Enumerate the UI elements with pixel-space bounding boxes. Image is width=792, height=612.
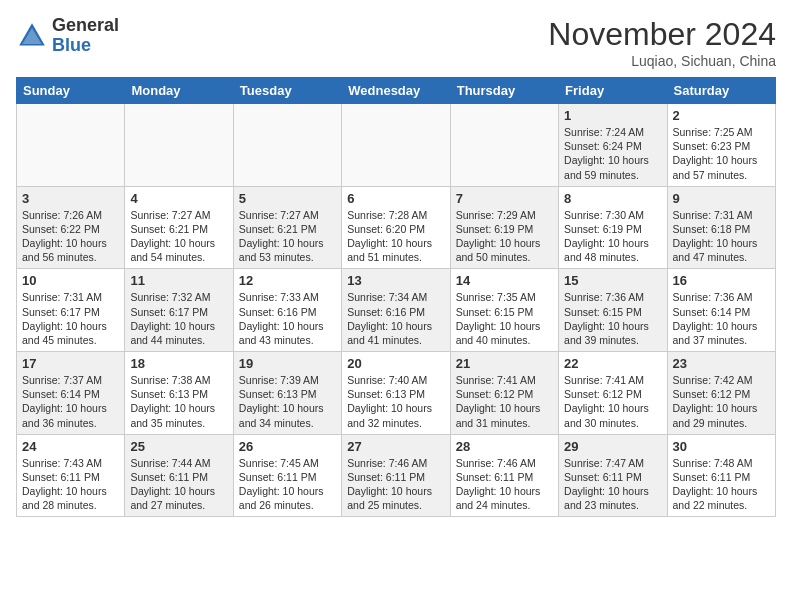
calendar-cell: 17Sunrise: 7:37 AM Sunset: 6:14 PM Dayli… [17, 352, 125, 435]
weekday-header: Thursday [450, 78, 558, 104]
day-info: Sunrise: 7:32 AM Sunset: 6:17 PM Dayligh… [130, 290, 227, 347]
day-info: Sunrise: 7:45 AM Sunset: 6:11 PM Dayligh… [239, 456, 336, 513]
day-number: 8 [564, 191, 661, 206]
calendar-cell: 29Sunrise: 7:47 AM Sunset: 6:11 PM Dayli… [559, 434, 667, 517]
weekday-header: Friday [559, 78, 667, 104]
calendar-cell: 19Sunrise: 7:39 AM Sunset: 6:13 PM Dayli… [233, 352, 341, 435]
calendar-cell: 23Sunrise: 7:42 AM Sunset: 6:12 PM Dayli… [667, 352, 775, 435]
day-info: Sunrise: 7:29 AM Sunset: 6:19 PM Dayligh… [456, 208, 553, 265]
day-number: 27 [347, 439, 444, 454]
day-info: Sunrise: 7:44 AM Sunset: 6:11 PM Dayligh… [130, 456, 227, 513]
logo-text: General Blue [52, 16, 119, 56]
day-info: Sunrise: 7:36 AM Sunset: 6:14 PM Dayligh… [673, 290, 770, 347]
day-number: 2 [673, 108, 770, 123]
calendar-cell: 24Sunrise: 7:43 AM Sunset: 6:11 PM Dayli… [17, 434, 125, 517]
day-number: 16 [673, 273, 770, 288]
calendar-cell: 21Sunrise: 7:41 AM Sunset: 6:12 PM Dayli… [450, 352, 558, 435]
day-number: 13 [347, 273, 444, 288]
calendar-week-row: 17Sunrise: 7:37 AM Sunset: 6:14 PM Dayli… [17, 352, 776, 435]
calendar-cell: 13Sunrise: 7:34 AM Sunset: 6:16 PM Dayli… [342, 269, 450, 352]
day-number: 10 [22, 273, 119, 288]
day-number: 30 [673, 439, 770, 454]
day-number: 22 [564, 356, 661, 371]
day-info: Sunrise: 7:47 AM Sunset: 6:11 PM Dayligh… [564, 456, 661, 513]
calendar-cell: 7Sunrise: 7:29 AM Sunset: 6:19 PM Daylig… [450, 186, 558, 269]
day-info: Sunrise: 7:46 AM Sunset: 6:11 PM Dayligh… [456, 456, 553, 513]
day-info: Sunrise: 7:33 AM Sunset: 6:16 PM Dayligh… [239, 290, 336, 347]
day-number: 1 [564, 108, 661, 123]
calendar-table: SundayMondayTuesdayWednesdayThursdayFrid… [16, 77, 776, 517]
calendar-cell: 18Sunrise: 7:38 AM Sunset: 6:13 PM Dayli… [125, 352, 233, 435]
day-number: 21 [456, 356, 553, 371]
day-info: Sunrise: 7:42 AM Sunset: 6:12 PM Dayligh… [673, 373, 770, 430]
day-info: Sunrise: 7:39 AM Sunset: 6:13 PM Dayligh… [239, 373, 336, 430]
calendar-body: 1Sunrise: 7:24 AM Sunset: 6:24 PM Daylig… [17, 104, 776, 517]
calendar-cell: 8Sunrise: 7:30 AM Sunset: 6:19 PM Daylig… [559, 186, 667, 269]
day-number: 23 [673, 356, 770, 371]
calendar-cell: 20Sunrise: 7:40 AM Sunset: 6:13 PM Dayli… [342, 352, 450, 435]
day-number: 11 [130, 273, 227, 288]
weekday-header: Monday [125, 78, 233, 104]
day-info: Sunrise: 7:27 AM Sunset: 6:21 PM Dayligh… [239, 208, 336, 265]
day-number: 3 [22, 191, 119, 206]
calendar-cell: 15Sunrise: 7:36 AM Sunset: 6:15 PM Dayli… [559, 269, 667, 352]
day-info: Sunrise: 7:38 AM Sunset: 6:13 PM Dayligh… [130, 373, 227, 430]
day-number: 29 [564, 439, 661, 454]
calendar-week-row: 24Sunrise: 7:43 AM Sunset: 6:11 PM Dayli… [17, 434, 776, 517]
logo-icon [16, 20, 48, 52]
day-info: Sunrise: 7:34 AM Sunset: 6:16 PM Dayligh… [347, 290, 444, 347]
calendar-cell [17, 104, 125, 187]
day-info: Sunrise: 7:27 AM Sunset: 6:21 PM Dayligh… [130, 208, 227, 265]
day-info: Sunrise: 7:31 AM Sunset: 6:18 PM Dayligh… [673, 208, 770, 265]
calendar-cell: 27Sunrise: 7:46 AM Sunset: 6:11 PM Dayli… [342, 434, 450, 517]
day-number: 15 [564, 273, 661, 288]
calendar-cell: 26Sunrise: 7:45 AM Sunset: 6:11 PM Dayli… [233, 434, 341, 517]
calendar-cell: 14Sunrise: 7:35 AM Sunset: 6:15 PM Dayli… [450, 269, 558, 352]
day-number: 17 [22, 356, 119, 371]
calendar-cell: 3Sunrise: 7:26 AM Sunset: 6:22 PM Daylig… [17, 186, 125, 269]
day-info: Sunrise: 7:26 AM Sunset: 6:22 PM Dayligh… [22, 208, 119, 265]
calendar-cell: 28Sunrise: 7:46 AM Sunset: 6:11 PM Dayli… [450, 434, 558, 517]
calendar-cell: 9Sunrise: 7:31 AM Sunset: 6:18 PM Daylig… [667, 186, 775, 269]
calendar-cell: 11Sunrise: 7:32 AM Sunset: 6:17 PM Dayli… [125, 269, 233, 352]
title-block: November 2024 Luqiao, Sichuan, China [548, 16, 776, 69]
day-info: Sunrise: 7:41 AM Sunset: 6:12 PM Dayligh… [456, 373, 553, 430]
calendar-cell: 22Sunrise: 7:41 AM Sunset: 6:12 PM Dayli… [559, 352, 667, 435]
page-header: General Blue November 2024 Luqiao, Sichu… [16, 16, 776, 69]
day-info: Sunrise: 7:28 AM Sunset: 6:20 PM Dayligh… [347, 208, 444, 265]
calendar-header: SundayMondayTuesdayWednesdayThursdayFrid… [17, 78, 776, 104]
calendar-cell: 10Sunrise: 7:31 AM Sunset: 6:17 PM Dayli… [17, 269, 125, 352]
day-number: 7 [456, 191, 553, 206]
day-number: 26 [239, 439, 336, 454]
calendar-cell [125, 104, 233, 187]
calendar-cell: 25Sunrise: 7:44 AM Sunset: 6:11 PM Dayli… [125, 434, 233, 517]
day-info: Sunrise: 7:43 AM Sunset: 6:11 PM Dayligh… [22, 456, 119, 513]
day-number: 12 [239, 273, 336, 288]
calendar-cell [450, 104, 558, 187]
calendar-week-row: 3Sunrise: 7:26 AM Sunset: 6:22 PM Daylig… [17, 186, 776, 269]
day-number: 18 [130, 356, 227, 371]
day-number: 6 [347, 191, 444, 206]
calendar-cell [342, 104, 450, 187]
day-info: Sunrise: 7:35 AM Sunset: 6:15 PM Dayligh… [456, 290, 553, 347]
day-info: Sunrise: 7:46 AM Sunset: 6:11 PM Dayligh… [347, 456, 444, 513]
calendar-cell: 4Sunrise: 7:27 AM Sunset: 6:21 PM Daylig… [125, 186, 233, 269]
weekday-row: SundayMondayTuesdayWednesdayThursdayFrid… [17, 78, 776, 104]
day-info: Sunrise: 7:40 AM Sunset: 6:13 PM Dayligh… [347, 373, 444, 430]
day-number: 5 [239, 191, 336, 206]
calendar-cell: 12Sunrise: 7:33 AM Sunset: 6:16 PM Dayli… [233, 269, 341, 352]
logo: General Blue [16, 16, 119, 56]
calendar-cell: 1Sunrise: 7:24 AM Sunset: 6:24 PM Daylig… [559, 104, 667, 187]
calendar-cell [233, 104, 341, 187]
calendar-week-row: 10Sunrise: 7:31 AM Sunset: 6:17 PM Dayli… [17, 269, 776, 352]
day-info: Sunrise: 7:41 AM Sunset: 6:12 PM Dayligh… [564, 373, 661, 430]
day-info: Sunrise: 7:36 AM Sunset: 6:15 PM Dayligh… [564, 290, 661, 347]
day-info: Sunrise: 7:37 AM Sunset: 6:14 PM Dayligh… [22, 373, 119, 430]
day-number: 25 [130, 439, 227, 454]
month-title: November 2024 [548, 16, 776, 53]
day-info: Sunrise: 7:25 AM Sunset: 6:23 PM Dayligh… [673, 125, 770, 182]
day-info: Sunrise: 7:48 AM Sunset: 6:11 PM Dayligh… [673, 456, 770, 513]
weekday-header: Sunday [17, 78, 125, 104]
location-subtitle: Luqiao, Sichuan, China [548, 53, 776, 69]
day-number: 20 [347, 356, 444, 371]
